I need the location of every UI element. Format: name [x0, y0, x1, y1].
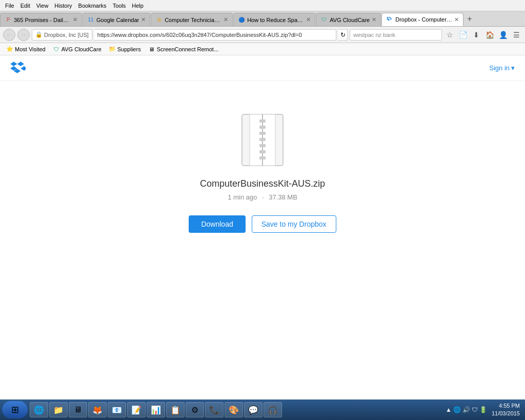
file-size: 37.38 MB: [269, 193, 297, 201]
taskbar-email-icon[interactable]: 📧: [108, 402, 126, 417]
tab-close-gcal[interactable]: ✕: [141, 16, 146, 23]
dropbox-header: Sign in ▾: [0, 55, 525, 81]
clock: 4:55 PM 11/03/2015: [492, 402, 520, 418]
reader-icon[interactable]: 📄: [457, 29, 469, 41]
zip-file-icon: [237, 112, 288, 168]
refresh-button[interactable]: ↻: [338, 29, 348, 41]
home-icon[interactable]: 🏠: [484, 29, 495, 41]
bookmark-label-screenconnect: ScreenConnect Remot...: [157, 46, 218, 52]
bookmark-avg[interactable]: 🛡 AVG CloudCare: [51, 45, 104, 53]
save-to-dropbox-button[interactable]: Save to my Dropbox: [252, 215, 336, 233]
system-tray: ▲ 🌐 🔊 🛡 🔋 4:55 PM 11/03/2015: [442, 402, 523, 418]
bookmarks-bar: ⭐ Most Visited 🛡 AVG CloudCare 📁 Supplie…: [0, 43, 525, 55]
bookmark-screenconnect[interactable]: 🖥 ScreenConnect Remot...: [146, 45, 220, 53]
tab-label-avg: AVG CloudCare: [330, 17, 370, 23]
sign-in-text: Sign in: [489, 64, 510, 72]
tab-close-spam[interactable]: ✕: [306, 16, 311, 23]
tab-365promises[interactable]: P 365 Promises - Daily Pro... ✕: [0, 13, 82, 26]
bookmark-most-visited[interactable]: ⭐ Most Visited: [4, 45, 48, 53]
bookmark-favicon-avg: 🛡: [53, 46, 60, 53]
bookmark-favicon-screenconnect: 🖥: [148, 46, 155, 53]
taskbar-headset-icon[interactable]: 🎧: [264, 402, 282, 417]
taskbar-chat-icon[interactable]: 💬: [244, 402, 262, 417]
taskbar-firefox-icon[interactable]: 🦊: [88, 402, 107, 417]
tab-bar: P 365 Promises - Daily Pro... ✕ 11 Googl…: [0, 11, 525, 27]
tab-close-365[interactable]: ✕: [73, 16, 77, 23]
search-bar[interactable]: westpac nz bank: [350, 29, 442, 41]
url-bar[interactable]: https://www.dropbox.com/s/602c06uq3n2tt4…: [94, 29, 336, 41]
bookmark-label-mostvisited: Most Visited: [15, 46, 46, 52]
tab-spam[interactable]: 🔵 How to Reduce Spam Yo... ✕: [233, 13, 315, 26]
taskbar-paint-icon[interactable]: 🎨: [225, 402, 243, 417]
taskbar: ⊞ 🌐 📁 🖥 🦊 📧 📝 📊 📋 ⚙ 📞: [0, 399, 525, 420]
menu-bar: File Edit View History Bookmarks Tools H…: [0, 0, 525, 11]
file-name: ComputerBusinessKit-AUS.zip: [200, 178, 325, 189]
tab-label-dropbox: Dropbox - ComputerBusi...: [395, 16, 452, 23]
tray-volume-icon[interactable]: 🔊: [462, 406, 470, 413]
tab-favicon-comp: ⚙: [155, 16, 163, 24]
tab-label-comp: Computer Technician int...: [165, 17, 221, 23]
taskbar-ie-icon[interactable]: 🌐: [30, 402, 48, 417]
back-button[interactable]: ←: [3, 29, 15, 41]
taskbar-explorer-icon[interactable]: 📁: [49, 402, 68, 417]
bookmark-label-suppliers: Suppliers: [117, 46, 141, 52]
menu-icon[interactable]: ☰: [511, 29, 522, 41]
tab-label-365: 365 Promises - Daily Pro...: [14, 17, 71, 23]
menu-history[interactable]: History: [51, 2, 75, 10]
security-indicator: 🔒 Dropbox, Inc [US]: [32, 29, 92, 41]
tab-label-spam: How to Reduce Spam Yo...: [247, 17, 304, 23]
taskbar-monitor-icon[interactable]: 🖥: [69, 402, 87, 417]
tab-computer-technician[interactable]: ⚙ Computer Technician int... ✕: [151, 13, 233, 26]
search-text: westpac nz bank: [353, 32, 395, 38]
tab-favicon-dropbox: [386, 16, 393, 23]
menu-tools[interactable]: Tools: [110, 2, 129, 10]
taskbar-items: 🌐 📁 🖥 🦊 📧 📝 📊 📋 ⚙ 📞 🎨: [30, 402, 442, 417]
svg-rect-7: [259, 144, 266, 147]
bookmark-star-icon[interactable]: ☆: [444, 29, 455, 41]
tray-show-hidden-icon[interactable]: ▲: [446, 406, 452, 413]
svg-rect-6: [259, 138, 266, 141]
svg-rect-3: [259, 119, 266, 123]
clock-date: 11/03/2015: [492, 410, 520, 417]
svg-rect-5: [259, 132, 266, 135]
taskbar-tools-icon[interactable]: ⚙: [186, 402, 204, 417]
tray-battery-icon[interactable]: 🔋: [479, 406, 487, 413]
security-label: Dropbox, Inc [US]: [44, 32, 89, 38]
tab-close-avg[interactable]: ✕: [372, 16, 376, 23]
start-button[interactable]: ⊞: [2, 401, 28, 418]
tray-antivirus-icon[interactable]: 🛡: [472, 406, 478, 413]
new-tab-button[interactable]: +: [464, 14, 475, 24]
menu-view[interactable]: View: [33, 2, 52, 10]
tab-favicon-spam: 🔵: [238, 16, 245, 24]
tray-network-icon[interactable]: 🌐: [453, 406, 461, 413]
sign-in-link[interactable]: Sign in ▾: [489, 64, 515, 72]
menu-help[interactable]: Help: [129, 2, 147, 10]
taskbar-phone-icon[interactable]: 📞: [205, 402, 224, 417]
menu-edit[interactable]: Edit: [17, 2, 33, 10]
menu-bookmarks[interactable]: Bookmarks: [75, 2, 110, 10]
svg-rect-8: [259, 150, 266, 153]
tab-close-dropbox[interactable]: ✕: [454, 16, 459, 23]
bookmark-favicon-suppliers: 📁: [109, 46, 116, 53]
tab-google-calendar[interactable]: 11 Google Calendar ✕: [83, 13, 150, 26]
taskbar-word-icon[interactable]: 📝: [127, 402, 146, 417]
tab-avg[interactable]: 🛡 AVG CloudCare ✕: [316, 13, 381, 26]
tab-close-comp[interactable]: ✕: [224, 16, 228, 23]
taskbar-clipboard-icon[interactable]: 📋: [166, 402, 185, 417]
menu-file[interactable]: File: [2, 2, 17, 10]
download-button[interactable]: Download: [189, 215, 245, 233]
tab-favicon-avg: 🛡: [320, 16, 328, 24]
url-text: https://www.dropbox.com/s/602c06uq3n2tt4…: [97, 32, 302, 38]
svg-rect-9: [259, 156, 266, 159]
lock-icon: 🔒: [35, 31, 43, 38]
address-bar: ← → 🔒 Dropbox, Inc [US] https://www.drop…: [0, 27, 525, 43]
bookmark-label-avg: AVG CloudCare: [62, 46, 102, 52]
bookmark-suppliers[interactable]: 📁 Suppliers: [107, 45, 143, 53]
tab-dropbox[interactable]: Dropbox - ComputerBusi... ✕: [381, 13, 463, 26]
user-icon[interactable]: 👤: [497, 29, 509, 41]
download-icon[interactable]: ⬇: [471, 29, 482, 41]
browser-content: Sign in ▾ ComputerBusinessKit-AUS.zip 1 …: [0, 55, 525, 399]
forward-button[interactable]: →: [17, 29, 30, 41]
tab-favicon-365: P: [5, 16, 12, 24]
taskbar-excel-icon[interactable]: 📊: [147, 402, 165, 417]
